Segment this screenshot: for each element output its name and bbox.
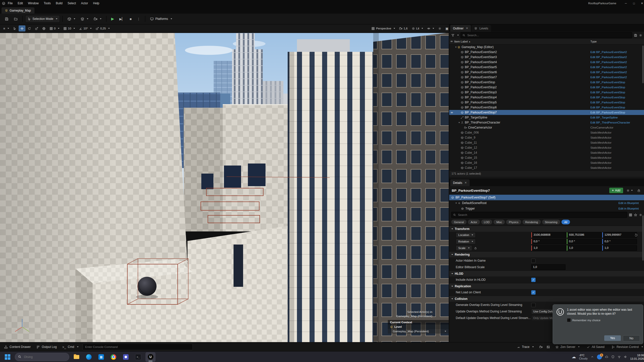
outliner-row[interactable]: Cube_11StaticMeshActor [449, 140, 644, 145]
outliner-row[interactable]: Cube_9StaticMeshActor [449, 135, 644, 140]
scale-z-field[interactable]: 1,0 [602, 245, 637, 251]
teams-icon[interactable] [121, 352, 131, 362]
save-button[interactable] [3, 15, 11, 22]
rotation-y-field[interactable]: 0,0 ° [567, 239, 601, 244]
security-shield-icon[interactable] [611, 355, 615, 358]
outliner-row[interactable]: BP_ParkourEventStart2Edit BP_ParkourEven… [449, 50, 644, 55]
outliner-row[interactable]: BP_ParkourEventStop4Edit BP_ParkourEvent… [449, 95, 644, 100]
generate-overlap-checkbox[interactable] [531, 303, 536, 307]
section-transform[interactable]: Transform [449, 226, 644, 232]
component-row-trigger[interactable]: TriggerEdit in Blueprint [449, 206, 644, 211]
menu-edit[interactable]: Edit [15, 1, 25, 6]
viewport-scene-3d[interactable] [0, 33, 449, 342]
skip-button[interactable]: ▶▏ [117, 15, 127, 22]
scale-y-field[interactable]: 1,0 [567, 245, 601, 251]
section-hlod[interactable]: HLOD [449, 270, 644, 276]
trace-dropdown[interactable]: Trace [515, 344, 535, 350]
edit-in-blueprint-link[interactable]: Edit in Blueprint [618, 202, 639, 205]
no-button[interactable]: No [623, 335, 640, 341]
rotation-z-field[interactable]: 0,0 ° [602, 239, 637, 244]
outliner-search-box[interactable] [461, 32, 632, 38]
expander-icon[interactable]: ▾ [454, 46, 458, 48]
onedrive-cloud-icon[interactable] [605, 355, 608, 358]
output-log-button[interactable]: Output Log [35, 344, 58, 350]
blueprints-button[interactable] [78, 15, 91, 22]
weather-icon[interactable]: ☁ [572, 354, 576, 359]
start-button[interactable] [3, 352, 13, 362]
filter-physics[interactable]: Physics [506, 220, 521, 224]
outliner-row[interactable]: Cube_12StaticMeshActor [449, 145, 644, 150]
outliner-row[interactable]: BP_ParkourEventStart6Edit BP_ParkourEven… [449, 70, 644, 75]
store-icon[interactable]: ▦ [96, 352, 106, 362]
close-button[interactable]: ✕ [638, 0, 644, 7]
location-y-field[interactable]: 930,751586 [567, 232, 601, 238]
save-view-icon[interactable] [634, 34, 637, 37]
scale-tool-button[interactable] [33, 25, 40, 31]
details-settings-icon[interactable] [639, 213, 642, 217]
details-scrollbar[interactable] [642, 215, 644, 261]
filter-streaming[interactable]: Streaming [542, 220, 560, 224]
filter-misc[interactable]: Misc [494, 220, 505, 224]
eye-icon[interactable] [450, 40, 453, 43]
display-grid-icon[interactable] [629, 213, 632, 217]
rotate-tool-button[interactable] [26, 25, 33, 31]
outliner-row[interactable]: BP_ParkourEventStop5Edit BP_ParkourEvent… [449, 100, 644, 105]
outliner-row[interactable]: ▾Gameplay_Map (Editor) [449, 45, 644, 50]
taskbar-search-input[interactable] [23, 355, 66, 359]
expander-icon[interactable]: ▾ [454, 202, 458, 204]
outliner-row[interactable]: Cube_14StaticMeshActor [449, 150, 644, 155]
outliner-row[interactable]: BP_ParkourEventStop2Edit BP_ParkourEvent… [449, 85, 644, 90]
section-collision[interactable]: Collision [449, 296, 644, 302]
play-button[interactable]: ▶ [109, 15, 117, 22]
clock-widget[interactable]: 18:06 13.01.2026 [630, 353, 644, 360]
eye-icon[interactable] [450, 111, 453, 114]
filter-all[interactable]: All [561, 220, 570, 224]
console-command-input[interactable] [85, 345, 191, 349]
show-flags-dropdown[interactable] [425, 25, 436, 31]
search-input[interactable] [467, 33, 630, 37]
minimize-button[interactable]: ─ [622, 0, 630, 7]
outliner-row[interactable]: Cube_15StaticMeshActor [449, 155, 644, 160]
scale-snap-toggle[interactable]: 0,25 [94, 25, 111, 31]
file-explorer-icon[interactable] [71, 352, 82, 362]
add-actor-button[interactable] [65, 15, 78, 22]
location-x-field[interactable]: 3100,668808 [531, 232, 566, 238]
menu-build[interactable]: Build [53, 1, 65, 6]
section-replication[interactable]: Replication [449, 283, 644, 289]
outliner-row[interactable]: BP_ParkourEventStop3Edit BP_ParkourEvent… [449, 90, 644, 95]
lock-details-button[interactable] [636, 188, 642, 193]
outliner-scrollbar[interactable] [642, 46, 644, 83]
add-component-button[interactable]: +Add [609, 188, 623, 193]
tab-gameplay-map[interactable]: Gameplay_Map [2, 7, 34, 14]
outliner-settings-icon[interactable] [639, 34, 642, 37]
filter-actor[interactable]: Actor [468, 220, 480, 224]
console-command-box[interactable] [83, 344, 193, 350]
outliner-row[interactable]: ▾BP_ThirdPersonCharacterEdit BP_ThirdPer… [449, 120, 644, 125]
section-rendering[interactable]: Rendering [449, 251, 644, 257]
zen-server-dropdown[interactable]: Zen Server [554, 344, 581, 350]
menu-actor[interactable]: Actor [79, 1, 91, 6]
show-hidden-icons-chevron[interactable] [591, 355, 594, 358]
view-mode-dropdown[interactable]: Lit [410, 25, 425, 31]
yes-button[interactable]: Yes [604, 335, 621, 341]
scale-dropdown[interactable]: Scale [456, 245, 472, 251]
column-item-label[interactable]: Item Label [454, 40, 468, 43]
details-search-input[interactable] [458, 213, 625, 217]
context-level-dropdown[interactable]: Gameplay_Map (Persistent) [388, 329, 449, 334]
menu-tools[interactable]: Tools [41, 1, 53, 6]
outliner-row[interactable]: CineCameraActorCineCameraActor [449, 125, 644, 130]
surface-snap-toggle[interactable]: 0 [48, 25, 61, 31]
capture-frame-icon[interactable] [547, 345, 550, 349]
outliner-row[interactable]: BP_ParkourEventStopEdit BP_ParkourEventS… [449, 80, 644, 85]
viewport-menu-button[interactable]: ≡ [2, 25, 11, 31]
tab-levels[interactable]: Levels [472, 25, 491, 32]
lock-icon[interactable] [474, 247, 477, 250]
platforms-dropdown[interactable]: Platforms [148, 15, 174, 22]
menu-select[interactable]: Select [65, 1, 78, 6]
component-row-self[interactable]: BP_ParkourEventStop7 (Self) [449, 195, 644, 200]
content-drawer-button[interactable]: Content Drawer [3, 344, 32, 350]
cinematics-button[interactable] [91, 15, 104, 22]
volume-icon[interactable] [624, 355, 627, 358]
play-options-button[interactable]: ⋮ [135, 15, 142, 22]
wifi-icon[interactable] [618, 355, 621, 358]
